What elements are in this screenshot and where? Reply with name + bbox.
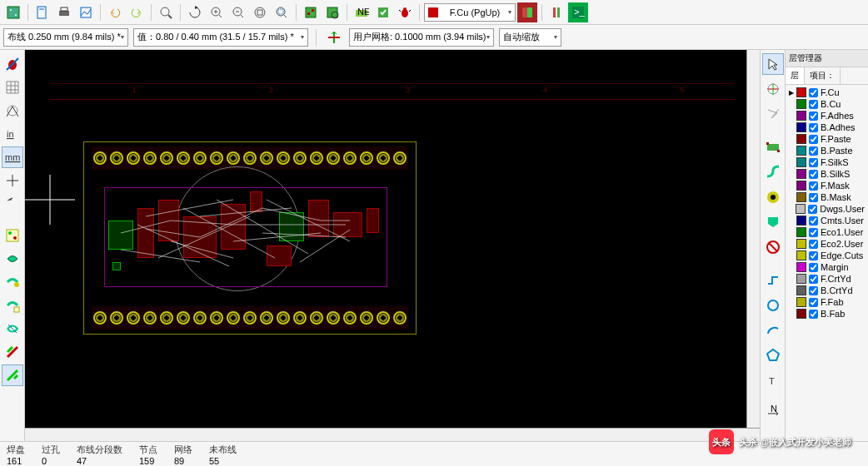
through-hole-pad[interactable] <box>110 151 123 165</box>
layer-visibility-checkbox[interactable] <box>809 275 818 284</box>
layer-item[interactable]: Eco1.User <box>787 226 866 238</box>
footprint[interactable] <box>112 262 121 270</box>
through-hole-pad[interactable] <box>143 151 157 165</box>
horizontal-scrollbar[interactable] <box>25 428 760 441</box>
through-hole-pad[interactable] <box>110 311 123 325</box>
track-outline-icon[interactable] <box>2 318 23 340</box>
footprint[interactable] <box>279 212 304 241</box>
layer-item[interactable]: Eco2.User <box>787 238 866 250</box>
footprint[interactable] <box>137 208 154 258</box>
zoom-out-icon[interactable] <box>228 2 248 22</box>
layer-visibility-checkbox[interactable] <box>809 298 818 307</box>
polar-coords-icon[interactable] <box>2 100 23 121</box>
refresh-icon[interactable] <box>185 2 205 22</box>
layer-visibility-checkbox[interactable] <box>809 88 818 97</box>
through-hole-pad[interactable] <box>327 151 340 165</box>
through-hole-pad[interactable] <box>210 311 223 325</box>
layer-item[interactable]: B.Cu <box>787 98 866 110</box>
grid-size-dropdown[interactable]: 用户网格: 0.1000 mm (3.94 mils)▾ <box>349 28 494 47</box>
zoom-in-icon[interactable] <box>207 2 227 22</box>
bug-icon[interactable] <box>395 2 415 22</box>
layer-item[interactable]: B.Fab <box>787 308 866 320</box>
footprint-viewer-icon[interactable] <box>322 2 342 22</box>
through-hole-pad[interactable] <box>127 311 140 325</box>
through-hole-pad[interactable] <box>293 151 307 165</box>
through-hole-pad[interactable] <box>177 151 190 165</box>
vertical-scrollbar[interactable] <box>746 50 760 428</box>
track-width-dropdown[interactable]: 布线 0.250 mm (9.84 mils) *▾ <box>3 28 128 47</box>
layer-visibility-checkbox[interactable] <box>809 181 818 191</box>
layer-visibility-checkbox[interactable] <box>809 123 818 132</box>
through-hole-pad[interactable] <box>93 151 107 165</box>
through-hole-pad[interactable] <box>393 311 407 325</box>
through-hole-pad[interactable] <box>227 311 240 325</box>
contrast-mode-icon[interactable] <box>2 341 23 363</box>
layer-item[interactable]: B.Adhes <box>787 121 866 133</box>
layer-visibility-checkbox[interactable] <box>809 193 818 202</box>
layer-visibility-checkbox[interactable] <box>809 146 818 156</box>
through-hole-pad[interactable] <box>160 311 173 325</box>
through-hole-pad[interactable] <box>310 151 323 165</box>
through-hole-pad[interactable] <box>260 311 273 325</box>
through-hole-pad[interactable] <box>210 151 223 165</box>
layer-visibility-checkbox[interactable] <box>809 240 818 249</box>
layer-visibility-checkbox[interactable] <box>809 251 818 260</box>
layer-item[interactable]: F.Mask <box>787 180 866 191</box>
through-hole-pad[interactable] <box>243 151 257 165</box>
layer-item[interactable]: ▶F.Cu <box>787 87 866 98</box>
add-via-icon[interactable] <box>762 186 784 208</box>
layer-item[interactable]: Dwgs.User <box>787 203 866 215</box>
add-keepout-icon[interactable] <box>762 236 784 258</box>
layer-visibility-checkbox[interactable] <box>809 263 818 272</box>
pad-outline-icon[interactable] <box>2 271 23 293</box>
draw-arc-icon[interactable] <box>762 320 784 341</box>
units-in-icon[interactable]: in <box>2 123 23 145</box>
add-text-icon[interactable]: T <box>762 369 784 391</box>
show-filled-zones-icon[interactable] <box>2 225 23 246</box>
through-hole-pad[interactable] <box>193 151 207 165</box>
layer-item[interactable]: F.Fab <box>787 296 866 308</box>
layer-item[interactable]: Edge.Cuts <box>787 250 866 261</box>
zoom-dropdown[interactable]: 自动缩放▾ <box>499 28 561 47</box>
footprint[interactable] <box>221 204 246 250</box>
find-icon[interactable] <box>156 2 176 22</box>
plot-icon[interactable] <box>76 2 96 22</box>
via-size-dropdown[interactable]: 值：0.80 / 0.40 mm (31.5 / 15.7 mils) *▾ <box>133 28 308 47</box>
layer-visibility-checkbox[interactable] <box>809 158 818 167</box>
drc-icon[interactable] <box>373 2 393 22</box>
footprint[interactable] <box>308 200 329 237</box>
through-hole-pad[interactable] <box>177 311 190 325</box>
route-track-icon[interactable] <box>762 161 784 183</box>
layer-item[interactable]: F.Adhes <box>787 110 866 121</box>
board-setup-icon[interactable] <box>3 2 23 22</box>
layer-item[interactable]: F.CrtYd <box>787 273 866 285</box>
through-hole-pad[interactable] <box>377 311 390 325</box>
through-hole-pad[interactable] <box>243 311 257 325</box>
zoom-selection-icon[interactable] <box>272 2 292 22</box>
through-hole-pad[interactable] <box>127 151 140 165</box>
scripting-icon[interactable] <box>546 2 566 22</box>
through-hole-pad[interactable] <box>93 311 107 325</box>
draw-line-icon[interactable] <box>762 270 784 291</box>
footprint[interactable] <box>158 200 179 241</box>
tab-layers[interactable]: 层 <box>786 67 805 84</box>
through-hole-pad[interactable] <box>377 151 390 165</box>
through-hole-pad[interactable] <box>327 311 340 325</box>
through-hole-pad[interactable] <box>360 311 373 325</box>
layer-visibility-checkbox[interactable] <box>809 170 818 179</box>
through-hole-pad[interactable] <box>293 311 307 325</box>
update-from-schematic-icon[interactable]: NET <box>352 2 372 22</box>
layer-visibility-checkbox[interactable] <box>809 100 818 109</box>
page-settings-icon[interactable] <box>32 2 52 22</box>
select-tool-icon[interactable] <box>762 53 784 75</box>
layer-pairs-icon[interactable] <box>517 2 537 22</box>
print-icon[interactable] <box>54 2 74 22</box>
via-outline-icon[interactable] <box>2 295 23 316</box>
footprint[interactable] <box>183 216 217 258</box>
layer-item[interactable]: Margin <box>787 261 866 273</box>
layer-item[interactable]: B.SilkS <box>787 168 866 180</box>
draw-polygon-icon[interactable] <box>762 345 784 366</box>
footprint[interactable] <box>108 221 133 250</box>
console-icon[interactable]: >_ <box>568 2 588 22</box>
add-dimension-icon[interactable]: N <box>762 403 784 424</box>
